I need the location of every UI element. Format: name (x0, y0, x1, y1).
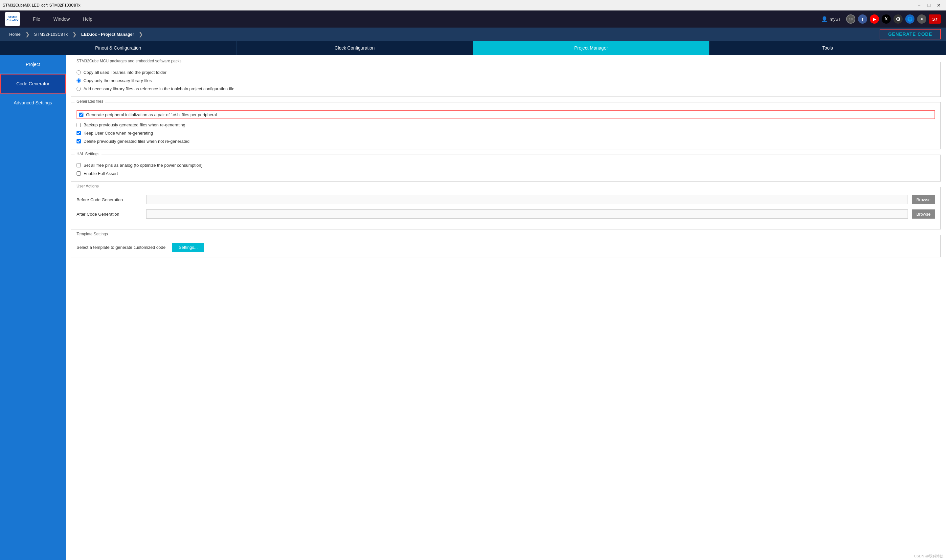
tab-clock[interactable]: Clock Configuration (236, 41, 473, 55)
checkbox-backup[interactable]: Backup previously generated files when r… (77, 122, 935, 128)
breadcrumb-home[interactable]: Home (5, 28, 25, 41)
radio-copy-necessary-input[interactable] (77, 78, 81, 83)
facebook-icon[interactable]: f (858, 14, 867, 24)
star-icon[interactable]: ✦ (917, 14, 926, 24)
title-bar: STM32CubeMX LED.ioc*: STM32F103C8Tx – □ … (0, 0, 946, 11)
my-st-button[interactable]: 👤 myST (821, 16, 841, 22)
title-bar-title: STM32CubeMX LED.ioc*: STM32F103C8Tx (3, 3, 80, 8)
close-button[interactable]: ✕ (934, 1, 943, 10)
user-actions-content: Before Code Generation Browse After Code… (77, 195, 935, 218)
radio-copy-necessary[interactable]: Copy only the necessary library files (77, 78, 935, 83)
menu-file[interactable]: File (33, 16, 40, 22)
social-icons: 10 f ▶ 𝕏 ⚙ 🌐 ✦ ST (846, 14, 941, 24)
main-layout: Project Code Generator Advanced Settings… (0, 55, 946, 560)
minimize-button[interactable]: – (914, 1, 924, 10)
breadcrumb-sep-1: ❯ (25, 31, 29, 37)
before-code-label: Before Code Generation (77, 197, 142, 202)
menu-bar-left: STM32 CubeMX File Window Help (5, 12, 92, 26)
tab-pinout[interactable]: Pinout & Configuration (0, 41, 236, 55)
menu-window[interactable]: Window (54, 16, 70, 22)
app-logo: STM32 CubeMX (5, 12, 20, 26)
template-settings-button[interactable]: Settings... (172, 243, 204, 252)
st-logo-icon[interactable]: ST (929, 14, 941, 24)
menu-help[interactable]: Help (83, 16, 92, 22)
checkbox-free-pins-input[interactable] (77, 163, 81, 168)
my-st-label: myST (830, 17, 841, 22)
radio-add-reference[interactable]: Add necessary library files as reference… (77, 86, 935, 91)
sidebar-item-project[interactable]: Project (0, 55, 66, 74)
menu-bar-right: 👤 myST 10 f ▶ 𝕏 ⚙ 🌐 ✦ ST (821, 14, 941, 24)
menu-items: File Window Help (33, 16, 92, 22)
checkbox-delete-previous[interactable]: Delete previously generated files when n… (77, 139, 935, 144)
breadcrumb: Home ❯ STM32F103C8Tx ❯ LED.ioc - Project… (0, 28, 946, 41)
checkbox-delete-previous-input[interactable] (77, 139, 81, 143)
radio-add-reference-input[interactable] (77, 87, 81, 91)
before-code-generation-row: Before Code Generation Browse (77, 195, 935, 204)
logo-box: STM32 CubeMX (5, 12, 20, 26)
radio-copy-all[interactable]: Copy all used libraries into the project… (77, 70, 935, 75)
user-actions-title: User Actions (75, 184, 100, 188)
after-browse-button[interactable]: Browse (912, 209, 935, 218)
generated-files-section: Generated files Generate peripheral init… (71, 102, 941, 149)
sidebar-item-advanced-settings[interactable]: Advanced Settings (0, 94, 66, 112)
checkbox-gen-peripheral[interactable]: Generate peripheral initialization as a … (77, 110, 935, 119)
menu-bar: STM32 CubeMX File Window Help 👤 myST 10 … (0, 11, 946, 28)
app-title: STM32CubeMX LED.ioc*: STM32F103C8Tx (3, 3, 80, 8)
after-code-generation-row: After Code Generation Browse (77, 209, 935, 218)
generated-files-checkboxes: Generate peripheral initialization as a … (77, 110, 935, 144)
checkbox-gen-peripheral-input[interactable] (79, 112, 83, 117)
tab-project-manager[interactable]: Project Manager (473, 41, 710, 55)
tab-bar: Pinout & Configuration Clock Configurati… (0, 41, 946, 55)
mcu-packages-title: STM32Cube MCU packages and embedded soft… (75, 59, 183, 63)
youtube-icon[interactable]: ▶ (870, 14, 879, 24)
template-select-label: Select a template to generate customized… (77, 245, 166, 250)
user-icon: 👤 (821, 16, 828, 22)
before-code-input[interactable] (146, 195, 908, 204)
generated-files-title: Generated files (75, 99, 105, 104)
hal-settings-section: HAL Settings Set all free pins as analog… (71, 155, 941, 182)
window-controls: – □ ✕ (914, 1, 943, 10)
breadcrumb-project[interactable]: LED.ioc - Project Manager (77, 28, 138, 41)
breadcrumb-sep-3: ❯ (139, 31, 143, 37)
hal-checkboxes: Set all free pins as analog (to optimize… (77, 163, 935, 176)
checkbox-keep-user-code-input[interactable] (77, 131, 81, 135)
breadcrumb-left: Home ❯ STM32F103C8Tx ❯ LED.ioc - Project… (5, 28, 143, 41)
breadcrumb-chip[interactable]: STM32F103C8Tx (30, 28, 72, 41)
checkbox-full-assert-input[interactable] (77, 171, 81, 175)
generate-code-button[interactable]: GENERATE CODE (880, 29, 941, 39)
before-browse-button[interactable]: Browse (912, 195, 935, 204)
checkbox-full-assert[interactable]: Enable Full Assert (77, 171, 935, 176)
tab-tools[interactable]: Tools (710, 41, 946, 55)
mcu-packages-section: STM32Cube MCU packages and embedded soft… (71, 62, 941, 97)
maximize-button[interactable]: □ (924, 1, 934, 10)
template-settings-content: Select a template to generate customized… (77, 243, 935, 252)
user-actions-section: User Actions Before Code Generation Brow… (71, 187, 941, 229)
checkbox-backup-input[interactable] (77, 123, 81, 127)
globe-icon[interactable]: 🌐 (905, 14, 914, 24)
sidebar-item-code-generator[interactable]: Code Generator (0, 74, 66, 94)
github-icon[interactable]: ⚙ (894, 14, 903, 24)
mcu-radio-group: Copy all used libraries into the project… (77, 70, 935, 91)
content-area: STM32Cube MCU packages and embedded soft… (66, 55, 946, 560)
checkbox-free-pins[interactable]: Set all free pins as analog (to optimize… (77, 163, 935, 168)
tenth-icon[interactable]: 10 (846, 14, 855, 24)
twitter-x-icon[interactable]: 𝕏 (881, 14, 891, 24)
after-code-label: After Code Generation (77, 212, 142, 217)
hal-settings-title: HAL Settings (75, 152, 102, 156)
template-settings-title: Template Settings (75, 232, 110, 236)
sidebar: Project Code Generator Advanced Settings (0, 55, 66, 560)
template-settings-section: Template Settings Select a template to g… (71, 235, 941, 257)
watermark: CSDN @双科博弦 (914, 554, 943, 559)
after-code-input[interactable] (146, 209, 908, 218)
checkbox-keep-user-code[interactable]: Keep User Code when re-generating (77, 131, 935, 135)
breadcrumb-sep-2: ❯ (72, 31, 77, 37)
radio-copy-all-input[interactable] (77, 70, 81, 74)
